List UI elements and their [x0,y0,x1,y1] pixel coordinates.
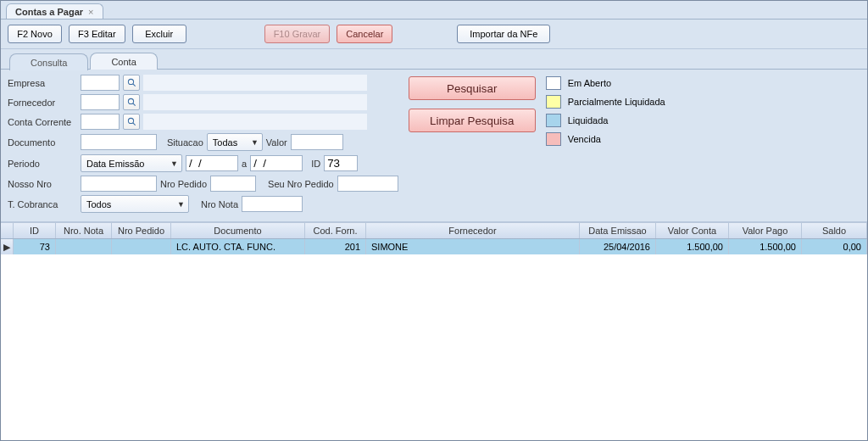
search-icon [127,117,136,126]
col-nro-nota[interactable]: Nro. Nota [56,223,112,238]
valor-input[interactable] [291,134,343,150]
swatch-vencida [546,132,561,146]
chevron-down-icon: ▼ [170,159,178,168]
tab-conta[interactable]: Conta [90,53,157,70]
empresa-code-input[interactable] [81,75,120,91]
nosso-nro-input[interactable] [81,176,157,192]
search-icon [127,78,136,87]
swatch-em-aberto [546,76,561,90]
swatch-liquidada [546,114,561,127]
col-nro-pedido[interactable]: Nro Pedido [112,223,171,238]
cell-nro-nota [56,239,112,254]
excluir-button[interactable]: Excluir [132,25,186,43]
conta-corrente-lookup-button[interactable] [123,114,140,130]
status-legend: Em Aberto Parcialmente Liquidada Liquida… [546,75,665,213]
label-empresa: Empresa [8,78,81,88]
subtab-bar: Consulta Conta [1,49,867,70]
close-icon[interactable]: × [88,7,93,17]
seu-nro-pedido-input[interactable] [337,176,398,192]
cell-valor-conta: 1.500,00 [656,239,729,254]
nro-pedido-input[interactable] [210,176,256,192]
gravar-button[interactable]: F10 Gravar [264,25,331,43]
col-cod-forn[interactable]: Cod. Forn. [305,223,366,238]
chevron-down-icon: ▼ [251,138,259,147]
conta-corrente-code-input[interactable] [81,114,120,130]
label-a: a [242,159,247,169]
swatch-parcial [546,95,561,109]
pesquisar-button[interactable]: Pesquisar [409,76,536,100]
svg-line-3 [132,103,135,106]
grid-header: ID Nro. Nota Nro Pedido Documento Cod. F… [1,222,867,239]
legend-label: Em Aberto [568,78,611,88]
label-periodo: Periodo [8,159,81,169]
periodo-tipo-combo[interactable]: Data Emissão ▼ [81,154,182,172]
fornecedor-code-input[interactable] [81,94,120,110]
empresa-name-display [143,75,367,91]
conta-corrente-name-display [143,114,367,130]
periodo-tipo-value: Data Emissão [86,159,144,169]
cell-nro-pedido [112,239,171,254]
col-valor-conta[interactable]: Valor Conta [656,223,729,238]
col-fornecedor[interactable]: Fornecedor [366,223,580,238]
cancelar-button[interactable]: Cancelar [337,25,392,43]
legend-label: Parcialmente Liquidada [568,97,665,107]
current-row-indicator-icon: ▶ [1,239,14,254]
grid-body[interactable]: ▶ 73 LC. AUTO. CTA. FUNC. 201 SIMONE 25/… [1,239,867,441]
documento-input[interactable] [81,134,157,150]
label-nro-pedido: Nro Pedido [160,179,207,189]
cell-cod-forn: 201 [305,239,366,254]
col-data-emissao[interactable]: Data Emissao [580,223,656,238]
filter-form: Empresa Fornecedor Conta Corrente Docume… [8,75,398,213]
legend-vencida: Vencida [546,132,665,146]
tab-consulta[interactable]: Consulta [9,53,88,70]
label-valor: Valor [266,137,287,148]
col-valor-pago[interactable]: Valor Pago [729,223,802,238]
row-handle-header [1,223,14,238]
situacao-combo[interactable]: Todas ▼ [207,133,263,151]
cell-documento: LC. AUTO. CTA. FUNC. [171,239,305,254]
situacao-combo-value: Todas [213,137,237,148]
col-saldo[interactable]: Saldo [802,223,867,238]
legend-em-aberto: Em Aberto [546,76,665,90]
editar-button[interactable]: F3 Editar [69,25,125,43]
cell-data-emissao: 25/04/2016 [580,239,656,254]
label-id: ID [311,159,320,169]
cell-fornecedor: SIMONE [366,239,580,254]
col-id[interactable]: ID [14,223,56,238]
svg-point-4 [128,118,133,123]
periodo-de-input[interactable] [186,155,238,171]
label-nro-nota: Nro Nota [201,199,238,209]
cell-id: 73 [14,239,56,254]
legend-label: Vencida [568,134,601,144]
svg-point-0 [128,79,133,84]
novo-button[interactable]: F2 Novo [8,25,62,43]
label-seu-nro-pedido: Seu Nro Pedido [268,179,334,189]
empresa-lookup-button[interactable] [123,75,140,91]
fornecedor-lookup-button[interactable] [123,94,140,110]
svg-line-5 [132,123,135,126]
id-input[interactable] [324,155,358,171]
periodo-ate-input[interactable] [250,155,303,171]
label-fornecedor: Fornecedor [8,98,81,108]
svg-line-1 [132,84,135,87]
window-title: Contas a Pagar [15,7,83,17]
label-nosso-nro: Nosso Nro [8,179,81,189]
toolbar: F2 Novo F3 Editar Excluir F10 Gravar Can… [1,20,867,49]
table-row[interactable]: ▶ 73 LC. AUTO. CTA. FUNC. 201 SIMONE 25/… [1,239,867,254]
label-situacao: Situacao [167,137,203,148]
nro-nota-input[interactable] [242,196,303,212]
title-bar: Contas a Pagar × [1,1,867,20]
label-t-cobranca: T. Cobranca [8,199,81,209]
window-tab: Contas a Pagar × [6,3,103,19]
action-column: Pesquisar Limpar Pesquisa [409,75,536,213]
label-documento: Documento [8,137,81,148]
legend-liquidada: Liquidada [546,114,665,127]
cell-valor-pago: 1.500,00 [729,239,802,254]
t-cobranca-combo[interactable]: Todos ▼ [81,195,189,213]
cell-saldo: 0,00 [802,239,867,254]
col-documento[interactable]: Documento [171,223,305,238]
legend-label: Liquidada [568,115,609,126]
limpar-pesquisa-button[interactable]: Limpar Pesquisa [409,109,536,132]
importar-nfe-button[interactable]: Importar da NFe [457,25,550,43]
filter-panel: Empresa Fornecedor Conta Corrente Docume… [1,70,867,222]
